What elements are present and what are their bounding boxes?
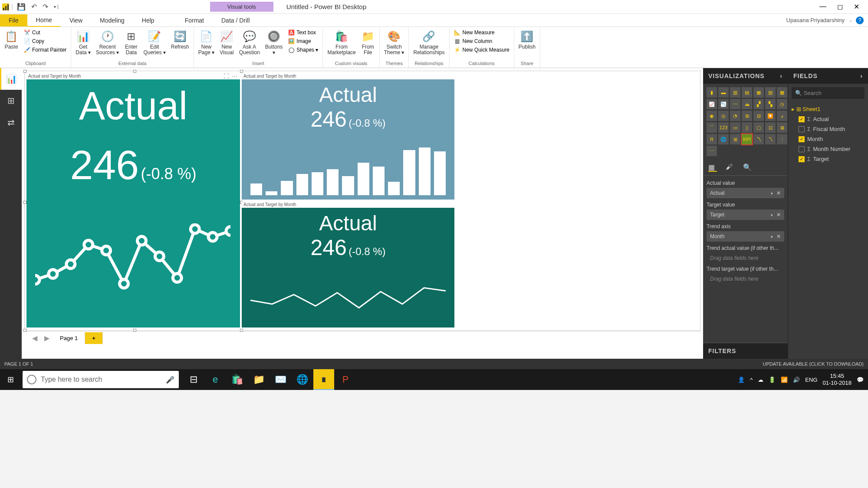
viz-type-icon[interactable]: ▩ — [777, 87, 787, 98]
viz-type-icon[interactable]: ⊞ — [742, 111, 752, 121]
kpi-visual-3[interactable]: Actual and Target by Month Actual 246 (-… — [242, 201, 454, 329]
fields-tab-icon[interactable]: ▦ — [708, 163, 717, 172]
new-page-button[interactable]: 📄New Page ▾ — [197, 29, 215, 56]
explorer-icon[interactable]: 📁 — [248, 369, 269, 390]
buttons-button[interactable]: 🔘Buttons ▾ — [264, 29, 284, 56]
viz-type-icon[interactable]: ▤ — [742, 87, 752, 98]
well-target-pill[interactable]: Target▾✕ — [707, 210, 784, 220]
viz-type-icon[interactable]: R — [707, 134, 717, 144]
format-tab-icon[interactable]: 🖌 — [726, 163, 734, 172]
edit-queries-button[interactable]: 📝Edit Queries ▾ — [142, 29, 166, 56]
viz-type-icon[interactable]: 📉 — [718, 99, 729, 109]
field-item[interactable]: ✓ΣTarget — [792, 154, 865, 164]
viz-type-icon[interactable]: 〽 — [765, 134, 776, 144]
page-tab-1[interactable]: Page 1 — [53, 332, 85, 344]
user-dropdown-icon[interactable]: ⌄ — [849, 18, 852, 23]
enter-data-button[interactable]: ⊞Enter Data — [123, 29, 139, 56]
file-menu[interactable]: File — [0, 14, 27, 26]
language-indicator[interactable]: ENG — [805, 377, 817, 383]
notifications-icon[interactable]: 💬 — [857, 377, 864, 383]
well-trend-pill[interactable]: Month▾✕ — [707, 231, 784, 242]
menu-help[interactable]: Help — [133, 14, 163, 26]
viz-type-icon[interactable]: ⊞ — [730, 134, 740, 144]
viz-type-icon[interactable]: ⊠ — [777, 122, 787, 133]
battery-icon[interactable]: 🔋 — [769, 377, 776, 383]
viz-type-icon[interactable]: ⋮ — [777, 134, 787, 144]
report-canvas[interactable]: Actual and Target by Month ⛶ ⋯ Actual 24… — [22, 68, 703, 359]
menu-modeling[interactable]: Modeling — [91, 14, 133, 26]
help-icon[interactable]: ? — [856, 16, 864, 24]
minimize-icon[interactable]: — — [819, 3, 826, 11]
refresh-button[interactable]: 🔄Refresh — [170, 29, 190, 51]
textbox-button[interactable]: 🅰️Text box — [287, 29, 319, 36]
new-column-button[interactable]: ▥New Column — [453, 37, 510, 45]
well-empty[interactable]: Drag data fields here — [707, 253, 784, 263]
viz-type-icon[interactable]: ◎ — [718, 111, 729, 121]
viz-type-icon[interactable]: KPI — [742, 134, 752, 144]
maximize-icon[interactable]: ◻ — [837, 3, 843, 11]
report-view-icon[interactable]: 📊 — [0, 68, 22, 90]
viz-type-icon[interactable]: ▨ — [765, 87, 776, 98]
well-actual-pill[interactable]: Actual▾✕ — [707, 188, 784, 198]
viz-type-icon[interactable]: ▞ — [753, 99, 764, 109]
tray-expand-icon[interactable]: ^ — [750, 377, 753, 383]
fields-search[interactable]: 🔍 Search — [792, 87, 865, 99]
undo-icon[interactable]: ↶ — [30, 2, 39, 12]
viz-type-icon[interactable]: ◉ — [707, 111, 717, 121]
powerpoint-icon[interactable]: P — [335, 369, 356, 390]
paste-button[interactable]: 📋Paste — [3, 29, 19, 51]
viz-type-icon[interactable]: ▥ — [730, 87, 740, 98]
field-item[interactable]: ✓Month — [792, 134, 865, 144]
from-file-button[interactable]: 📁From File — [360, 29, 376, 56]
viz-type-icon[interactable]: 〰 — [730, 99, 740, 109]
viz-type-icon[interactable]: ⋯ — [707, 146, 717, 156]
viz-type-icon[interactable]: ⛰ — [742, 99, 752, 109]
powerbi-taskbar-icon[interactable]: ∎ — [313, 369, 334, 390]
manage-relationships-button[interactable]: 🔗Manage Relationships — [412, 29, 445, 56]
viz-type-icon[interactable]: 123 — [718, 122, 729, 133]
viz-type-icon[interactable]: ⊡ — [765, 122, 776, 133]
viz-type-icon[interactable]: ▚ — [765, 99, 776, 109]
copy-button[interactable]: 📄Copy — [23, 37, 67, 45]
menu-format[interactable]: Format — [176, 14, 213, 26]
clock[interactable]: 15:45 01-10-2018 — [823, 373, 852, 386]
switch-theme-button[interactable]: 🎨Switch Theme ▾ — [383, 29, 405, 56]
analytics-tab-icon[interactable]: 🔍 — [743, 163, 752, 172]
start-button[interactable]: ⊞ — [0, 369, 21, 390]
model-view-icon[interactable]: ⇄ — [0, 111, 22, 133]
more-options-icon[interactable]: ⋯ — [232, 73, 237, 79]
field-table-sheet1[interactable]: ▸ ⊞ Sheet1 — [792, 104, 865, 114]
viz-type-icon[interactable]: ◔ — [730, 111, 740, 121]
update-available[interactable]: UPDATE AVAILABLE (CLICK TO DOWNLOAD) — [763, 361, 864, 367]
mic-icon[interactable]: 🎤 — [166, 376, 174, 384]
menu-home[interactable]: Home — [27, 14, 61, 27]
viz-type-icon[interactable]: 〽 — [753, 134, 764, 144]
checkbox-icon[interactable]: ✓ — [799, 156, 805, 162]
field-item[interactable]: ΣFiscal Month — [792, 124, 865, 134]
user-name[interactable]: Upasana Priyadarshiny — [786, 17, 849, 23]
viz-type-icon[interactable]: 🌐 — [718, 134, 729, 144]
kpi-visual-2[interactable]: Actual and Target by Month Actual 246 (-… — [242, 73, 454, 201]
qat-dropdown-icon[interactable]: ▾ | — [52, 3, 60, 10]
viz-type-icon[interactable]: ▭ — [730, 122, 740, 133]
viz-type-icon[interactable]: ▮ — [707, 87, 717, 98]
checkbox-icon[interactable]: ✓ — [799, 116, 805, 122]
store-icon[interactable]: 🛍️ — [227, 369, 247, 390]
volume-icon[interactable]: 🔊 — [793, 377, 800, 383]
menu-view[interactable]: View — [61, 14, 91, 26]
publish-button[interactable]: ⬆️Publish — [518, 29, 536, 51]
edge-icon[interactable]: e — [205, 369, 226, 390]
kpi-visual-1[interactable]: Actual and Target by Month ⛶ ⋯ Actual 24… — [26, 73, 240, 329]
redo-icon[interactable]: ↷ — [41, 2, 50, 12]
checkbox-icon[interactable] — [799, 126, 805, 132]
data-view-icon[interactable]: ⊞ — [0, 90, 22, 111]
close-icon[interactable]: ✕ — [854, 3, 859, 11]
field-item[interactable]: ΣMonth Number — [792, 144, 865, 154]
viz-type-icon[interactable]: ▢ — [753, 122, 764, 133]
well-empty[interactable]: Drag data fields here — [707, 274, 784, 284]
new-quick-measure-button[interactable]: ⚡New Quick Measure — [453, 46, 510, 54]
viz-type-icon[interactable]: ◷ — [777, 99, 787, 109]
shapes-button[interactable]: ◯Shapes ▾ — [287, 46, 319, 54]
recent-sources-button[interactable]: 🕐Recent Sources ▾ — [95, 29, 120, 56]
viz-type-icon[interactable]: ▦ — [753, 87, 764, 98]
